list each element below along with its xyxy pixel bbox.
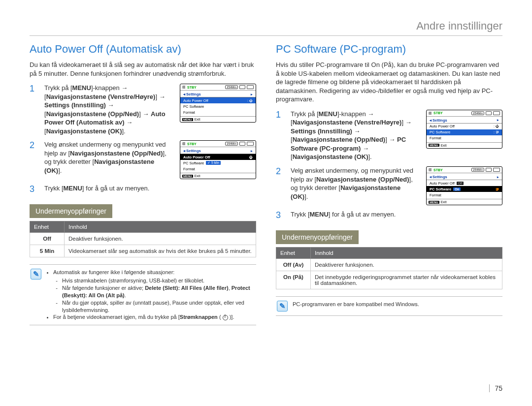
menu-chip: MENU — [429, 144, 439, 147]
table-row: Off (Av) Deaktiverer funksjonen. — [276, 259, 502, 271]
step-body: Trykk [MENU] for å gå ut av menyen. — [291, 210, 396, 219]
t: ]. — [368, 153, 372, 160]
step-body: Velg ønsket undermeny og menypunkt ved h… — [44, 140, 173, 175]
flyout-on: On — [455, 187, 459, 191]
left-step-2: 2 Velg ønsket undermeny og menypunkt ved… — [30, 140, 256, 179]
step-number: 3 — [276, 210, 284, 220]
min-label: 254Min — [225, 85, 238, 89]
menu-item: Auto Power Off — [430, 181, 455, 186]
t: Delete (Slett): All Files (Alle filer) — [145, 285, 229, 291]
t: . — [125, 292, 126, 298]
t: ] → — [385, 136, 397, 143]
lcd-screenshot-2: ▥ STBY 254Min ◂ Settings▸ Auto Power Off… — [180, 140, 256, 179]
th-enhet: Enhet — [276, 248, 311, 259]
note-box: ✎ PC-programvaren er bare kompatibel med… — [276, 296, 502, 316]
step-body: Velg ønsket undermeny, og menypunkt ved … — [291, 166, 419, 201]
left-title: Auto Power Off (Automatisk av) — [30, 43, 256, 56]
t: ] → — [155, 93, 165, 100]
flyout-off: Off — [458, 182, 463, 185]
stby-label: STBY — [187, 142, 197, 146]
table-row: 5 Min Videokameraet slår seg automatisk … — [30, 245, 256, 257]
t: Settings (Innstilling) — [291, 127, 352, 135]
right-column: PC Software (PC-program) Hvis du stiller… — [276, 43, 502, 325]
right-intro: Hvis du stiller PC-programvare til On (P… — [276, 61, 502, 104]
menu-item: Auto Power Off — [430, 124, 455, 128]
min-label: 254Min — [471, 111, 484, 115]
note-icon: ✎ — [277, 301, 288, 312]
menu-item: PC Software — [183, 104, 204, 109]
step-number: 2 — [276, 166, 284, 177]
t: Navigasjonstastene (Opp/Ned) — [46, 110, 139, 118]
t: Navigasjonstastene (OK) — [293, 153, 368, 160]
stby-label: STBY — [433, 111, 443, 115]
t: Trykk på [ — [291, 110, 319, 118]
th-innhold: Innhold — [311, 248, 502, 259]
menu-label: MENU — [319, 110, 337, 118]
right-step-1: 1 Trykk på [MENU]-knappen → [Navigasjons… — [276, 110, 502, 161]
left-intro: Du kan få videokameraet til å slå seg av… — [30, 61, 256, 78]
t: ] → — [139, 110, 151, 118]
t: Når følgende funksjoner er aktive; — [62, 285, 145, 291]
exit-label: Exit — [195, 118, 200, 121]
step-number: 1 — [276, 110, 284, 120]
t: ]. — [304, 193, 308, 200]
t: Navigasjonstastene (Opp/Ned) — [70, 150, 163, 157]
card-icon — [486, 111, 492, 115]
step-body: Trykk [MENU] for å gå ut av menyen. — [44, 184, 149, 193]
submenu-table: Enhet Innhold Off Deaktiver funksjonen. … — [30, 221, 256, 257]
battery-icon — [493, 111, 500, 115]
t: For å betjene videokameraet igjen, må du… — [53, 314, 180, 320]
cell-key: Off — [30, 233, 65, 245]
sd-icon: ▥ — [182, 85, 186, 89]
exit-label: Exit — [195, 174, 200, 178]
right-step-2: 2 Velg ønsket undermeny, og menypunkt ve… — [276, 166, 502, 205]
cell-key: 5 Min — [30, 245, 65, 257]
menu-item: PC Software — [430, 187, 451, 191]
lcd-screenshot-3: ▥ STBY 254Min ◂ Settings▸ Auto Power Off… — [426, 110, 502, 149]
menu-item: PC Software — [183, 161, 204, 165]
cell-val: Deaktiver funksjonen. — [65, 233, 256, 245]
card-icon — [239, 142, 245, 146]
page-header: Andre innstillinger — [30, 20, 502, 36]
flyout-5min: 5 Min — [211, 161, 219, 164]
card-icon — [239, 85, 245, 89]
submenu-badge: Undermenyoppføringer — [30, 204, 112, 218]
exit-label: Exit — [441, 200, 447, 204]
t: ]. — [122, 127, 126, 135]
min-label: 254Min — [471, 168, 484, 172]
th-enhet: Enhet — [30, 221, 65, 233]
cell-key: On (På) — [276, 271, 311, 289]
stby-label: STBY — [187, 86, 197, 89]
t: Automatisk av fungerer ikke i følgende s… — [53, 269, 174, 275]
t: ( — [218, 314, 223, 320]
left-step-3: 3 Trykk [MENU] for å gå ut av menyen. — [30, 184, 256, 194]
menu-item: PC Software — [430, 130, 450, 134]
t: )]. — [228, 314, 234, 320]
t: ]. — [58, 167, 62, 174]
cell-val: Videokameraet slår seg automatisk av hvi… — [65, 245, 256, 257]
note-box: ✎ Automatisk av fungerer ikke i følgende… — [30, 264, 256, 325]
menu-item: Format — [183, 167, 195, 171]
lcd-screenshot-4: ▥ STBY 254Min ◂ Settings▸ Auto Power Off… — [426, 166, 502, 205]
submenu-badge: Undermenyoppføringer — [276, 230, 359, 244]
menu-item: Auto Power Off — [183, 98, 208, 103]
step-body: Trykk på [MENU]-knappen → [Navigasjonsta… — [291, 110, 419, 161]
t: Navigasjonstastene (Opp/Ned) — [316, 176, 409, 183]
t: ] for å gå ut av menyen. — [329, 211, 396, 218]
settings-label: Settings — [186, 149, 201, 153]
note-body: Automatisk av fungerer ikke i følgende s… — [46, 269, 255, 321]
t: Navigasjonstastene (Opp/Ned) — [293, 136, 386, 143]
left-column: Auto Power Off (Automatisk av) Du kan få… — [30, 43, 256, 325]
menu-chip: MENU — [429, 201, 439, 204]
columns: Auto Power Off (Automatisk av) Du kan få… — [30, 43, 502, 325]
t: Navigasjonstastene (Venstre/Høyre) — [293, 119, 402, 126]
sd-icon: ▥ — [182, 142, 186, 146]
menu-item: Format — [430, 193, 441, 197]
note-body: PC-programvaren er bare kompatibel med W… — [293, 301, 419, 312]
t: Hvis strømkabelen (strømforsyning, USB-k… — [62, 277, 255, 284]
menu-item: Format — [183, 110, 195, 115]
settings-label: Settings — [432, 175, 447, 179]
table-row: On (På) Det innebygde redigeringsprogram… — [276, 271, 502, 289]
t: Trykk [ — [291, 211, 310, 218]
t: Navigasjonstastene (OK) — [46, 127, 122, 135]
